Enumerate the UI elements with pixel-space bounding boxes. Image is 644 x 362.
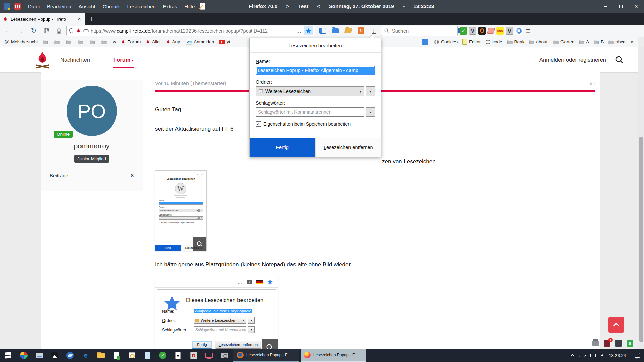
back-button[interactable]: ← [3,26,13,36]
taskbar-window-firefox-new[interactable]: Lesezeichen Popup - F… [301,349,366,362]
bookmark-a[interactable]: A [577,38,591,46]
login-link[interactable]: Anmelden oder registrieren [539,57,606,63]
bookmark-b[interactable]: B [592,38,605,46]
taskbar-keepass[interactable] [124,349,140,362]
close-button[interactable]: × [629,0,644,13]
tab-close-icon[interactable]: × [77,16,82,22]
menu-hilfe[interactable]: Hilfe [181,2,198,11]
taskbar-system-monitor[interactable] [32,349,47,362]
taskbar-music-app[interactable] [47,349,62,362]
sidebar-toggle-button[interactable] [317,26,328,36]
taskbar-camera-app[interactable] [217,349,232,362]
home-button[interactable] [54,26,64,36]
search-bar[interactable] [381,26,458,36]
taskbar-notes-app[interactable] [109,349,124,362]
bookmark-code[interactable]: code [484,38,504,46]
extension-v-icon[interactable]: V [469,27,476,35]
extension-orange-icon[interactable] [478,27,486,35]
bookmark-star-button[interactable] [304,26,313,35]
bookmark-app-icon[interactable] [4,3,10,10]
name-field[interactable]: Lesezeichen Popup - Firefox Allgemein - … [256,66,375,75]
extension-css-icon[interactable]: css [496,27,504,35]
taskbar-window-firefox-old[interactable]: Lesezeichen Popup - F… [233,349,299,362]
speaker-icon[interactable] [601,354,603,357]
menu-datei[interactable]: Datei [24,2,43,11]
taskbar-file-explorer[interactable] [93,349,109,362]
tray-expand-icon[interactable] [571,354,574,358]
post-number[interactable]: #1 [590,80,595,86]
menu-bearbeiten[interactable]: Bearbeiten [43,2,75,11]
bookmark-tiles[interactable] [421,38,431,46]
network-monitor-icon[interactable] [590,354,596,357]
remove-bookmark-button[interactable]: Lesezeichen entfernen [315,138,381,157]
folder-expander-button[interactable]: ▾ [366,86,375,96]
bookmark-yt[interactable]: yt [217,38,232,45]
bookmarks-overflow-button[interactable]: » [629,39,636,45]
tab-active[interactable]: Lesezeichen Popup - Firefo × [0,13,85,25]
notification-center-icon[interactable] [635,353,640,358]
tags-expander-button[interactable]: ▾ [366,107,375,117]
edit-on-save-checkbox-row[interactable]: ✓ Eigenschaften beim Speichern bearbeite… [256,121,375,127]
nav-nachrichten[interactable]: Nachrichten [60,57,90,63]
menu-lesezeichen[interactable]: Lesezeichen [123,2,159,11]
nav-forum[interactable]: Forum▾ [113,57,134,63]
bookmark-editor[interactable]: Editor [461,38,482,46]
menu-ansicht[interactable]: Ansicht [75,2,99,11]
red-app-icon[interactable] [14,3,21,10]
menu-chronik[interactable]: Chronik [99,2,124,11]
taskbar-clock[interactable]: 13:23:24 [609,353,626,358]
extension-v2-icon[interactable]: V [506,27,513,35]
taskbar-edge[interactable]: e [78,349,93,362]
bookmark-meistbesucht[interactable]: Meistbesucht [3,38,40,45]
badged-tray-icon[interactable]: 1 [603,339,611,347]
bookmark-anp[interactable]: Anp. [164,38,183,45]
taskbar-dictionary[interactable]: D [186,349,201,362]
permission-key-icon[interactable] [83,29,89,32]
attachment-old-dialog[interactable]: ⌄ … Lesezeichen bearbeiten W Name: Ordne… [155,170,207,251]
forward-button[interactable]: → [15,26,26,36]
taskbar-thunderbird[interactable] [62,349,78,362]
taskbar-antivirus[interactable]: ✓ [155,349,170,362]
folder-dropdown[interactable]: Weitere Lesezeichen ▾ [256,86,364,96]
bookmark-abcd[interactable]: abcd [607,38,627,46]
printer-tray-icon[interactable] [592,339,600,347]
zoom-image-button[interactable] [193,237,206,251]
bookmark-folder[interactable] [76,38,87,46]
bookmark-bank[interactable]: Bank [505,38,526,46]
attachment-new-dialog[interactable]: … ∨ Dieses Lesezeichen bearbeiten Name: … [155,276,278,349]
menu-extras[interactable]: Extras [159,2,181,11]
avatar[interactable]: PO [67,86,117,136]
bookmark-folder[interactable] [41,38,51,46]
extension-ie-icon[interactable] [515,27,523,35]
shield-icon[interactable] [69,28,74,34]
open-folder-button[interactable] [343,26,354,36]
app-menu-button[interactable]: ≡ [526,27,530,35]
scroll-to-top-button[interactable] [608,317,624,333]
library-button[interactable] [41,26,52,36]
bookmark-allg[interactable]: Allg. [144,38,162,45]
scrollbar-thumb[interactable] [639,137,643,342]
post-timestamp[interactable]: Vor 16 Minuten (Themenstarter) [155,80,226,86]
bookmark-w[interactable]: w [111,38,118,45]
sync-addon-button[interactable]: ↻ [356,26,366,36]
battery-icon[interactable] [579,354,585,357]
bookmark-folder[interactable] [88,38,98,46]
bookmark-cookies[interactable]: Cookies [432,38,459,46]
taskbar-remote-desktop[interactable] [201,349,217,362]
done-button[interactable]: Fertig [250,138,315,157]
taskbar-card-game[interactable]: ♠ [170,349,186,362]
search-input[interactable] [391,28,442,34]
bookmarks-menu-button[interactable] [330,26,341,36]
bookmark-folder[interactable] [100,38,110,46]
taskbar-notepad-app[interactable] [140,349,155,362]
bookmark-forum[interactable]: Forum [119,38,142,45]
site-search-icon[interactable] [615,55,624,64]
tags-input[interactable] [256,107,364,117]
restore-button[interactable] [613,0,629,13]
minimize-button[interactable] [598,0,613,13]
zoom-image-button[interactable] [262,339,278,349]
bookmark-folder[interactable] [53,38,63,46]
checkbox-checked-icon[interactable]: ✓ [256,121,261,127]
bookmark-garten[interactable]: Garten [552,38,576,46]
page-scrollbar[interactable] [638,47,644,349]
